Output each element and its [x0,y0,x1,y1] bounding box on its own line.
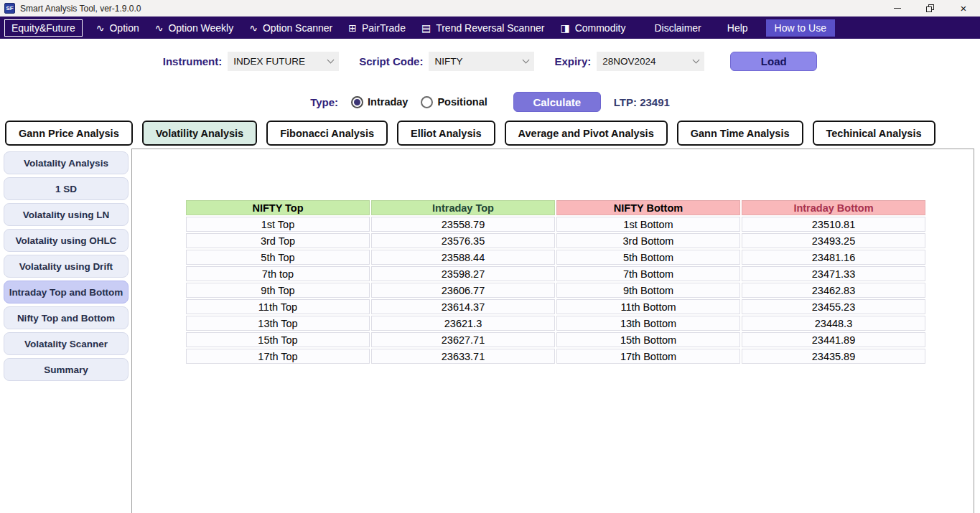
close-button[interactable]: × [947,0,980,17]
calculate-button[interactable]: Calculate [513,92,601,112]
nifty-bottom-label-cell: 11th Bottom [556,299,740,314]
table-row: 15th Top 23627.71 15th Bottom 23441.89 [186,332,925,347]
menu-item-label: Option Scanner [263,22,332,34]
expiry-select[interactable]: 28NOV2024 [597,52,704,71]
instrument-value: INDEX FUTURE [233,56,305,67]
instrument-row: Instrument: INDEX FUTURE Script Code: NI… [0,39,980,83]
nifty-bottom-label-cell: 1st Bottom [556,217,740,232]
table-row: 1st Top 23558.79 1st Bottom 23510.81 [186,217,925,232]
intraday-bottom-value-cell: 23471.33 [742,266,925,281]
menu-item-label: How to Use [775,22,826,34]
intraday-top-value-cell: 23598.27 [371,266,555,281]
sidebar-item-intraday-top-and-bottom[interactable]: Intraday Top and Bottom [4,281,129,303]
intraday-bottom-value-cell: 23435.89 [742,349,925,364]
intraday-bottom-value-cell: 23462.83 [742,283,925,298]
table-column-header: NIFTY Bottom [556,200,740,215]
intraday-top-value-cell: 23588.44 [371,250,555,265]
load-button[interactable]: Load [730,52,817,71]
menubar-item-pairtrade[interactable]: ⊞ PairTrade [340,19,414,37]
menu-item-label: Help [727,22,748,34]
sidebar-item-nifty-top-and-bottom[interactable]: Nifty Top and Bottom [4,306,129,329]
sidebar-item-summary[interactable]: Summary [4,358,129,381]
menubar-item-equity-future[interactable]: Equity&Future [4,19,83,37]
nifty-top-label-cell: 11th Top [186,299,370,314]
intraday-bottom-value-cell: 23448.3 [742,316,925,331]
intraday-top-value-cell: 23606.77 [371,283,555,298]
activity-chart-icon: ∿ [96,23,105,33]
tab-techinical-analysis[interactable]: Techinical Analysis [813,121,935,146]
menubar-item-option-scanner[interactable]: ∿ Option Scanner [241,19,340,37]
type-label: Type: [310,96,338,108]
table-column-header: Intraday Bottom [742,200,925,215]
instrument-select[interactable]: INDEX FUTURE [228,52,339,71]
nifty-top-label-cell: 15th Top [186,332,370,347]
menu-item-label: Option Weekly [168,22,233,34]
tab-volatility-analysis[interactable]: Volatility Analysis [142,121,258,146]
script-code-label: Script Code: [359,55,423,67]
nifty-top-label-cell: 7th top [186,266,370,281]
tab-average-and-pivot-analysis[interactable]: Average and Pivot Analysis [505,121,668,146]
sidebar-item-volatality-using-ln[interactable]: Volatality using LN [4,203,129,226]
titlebar: SF Smart Analysis Tool, ver-1.9.0.0 × [0,0,980,17]
analysis-tabs: Gann Price AnalysisVolatility AnalysisFi… [0,121,980,149]
radio-unselected-icon [421,96,433,108]
tab-gann-time-analysis[interactable]: Gann Time Analysis [677,121,803,146]
sidebar: Volatality Analysis1 SDVolatality using … [4,151,129,384]
menu-item-label: Equity&Future [11,22,75,34]
sidebar-item-volatality-using-ohlc[interactable]: Volatality using OHLC [4,229,129,252]
nifty-top-label-cell: 17th Top [186,349,370,364]
table-header-row: NIFTY TopIntraday TopNIFTY BottomIntrada… [186,200,925,215]
app-logo-icon: SF [4,3,15,14]
close-icon: × [961,3,967,14]
maximize-restore-button[interactable] [914,0,947,17]
intraday-bottom-value-cell: 23493.25 [742,233,925,248]
nifty-bottom-label-cell: 5th Bottom [556,250,740,265]
menubar-item-how-to-use[interactable]: How to Use [766,19,835,37]
menubar-item-commodity[interactable]: ◨ Commodity [552,19,633,37]
sidebar-item-volatality-using-drift[interactable]: Volatality using Drift [4,255,129,278]
table-column-header: NIFTY Top [186,200,370,215]
sidebar-item-volatality-scanner[interactable]: Volatality Scanner [4,332,129,355]
type-row: Type: Intraday Positional Calculate LTP:… [0,83,980,121]
intraday-top-bottom-table: NIFTY TopIntraday TopNIFTY BottomIntrada… [185,199,927,365]
intraday-bottom-value-cell: 23441.89 [742,332,925,347]
tab-fibonacci-analysis[interactable]: Fibonacci Analysis [266,121,388,146]
intraday-radio[interactable]: Intraday [351,96,408,108]
menubar-item-disclaimer[interactable]: Disclaimer [646,19,709,37]
scanner-chart-icon: ∿ [249,23,258,33]
intraday-top-value-cell: 23621.3 [371,316,555,331]
table-row: 7th top 23598.27 7th Bottom 23471.33 [186,266,925,281]
minimize-button[interactable] [881,0,914,17]
table-column-header: Intraday Top [371,200,555,215]
script-code-select[interactable]: NIFTY [429,52,534,71]
content-panel: NIFTY TopIntraday TopNIFTY BottomIntrada… [131,149,974,513]
nifty-bottom-label-cell: 9th Bottom [556,283,740,298]
window-title: Smart Analysis Tool, ver-1.9.0.0 [20,4,141,14]
nifty-top-label-cell: 13th Top [186,316,370,331]
restore-icon [926,4,935,13]
tab-gann-price-analysis[interactable]: Gann Price Analysis [5,121,133,146]
pairtrade-plus-icon: ⊞ [348,23,357,33]
nifty-bottom-label-cell: 17th Bottom [556,349,740,364]
intraday-radio-label: Intraday [368,96,408,108]
table-row: 11th Top 23614.37 11th Bottom 23455.23 [186,299,925,314]
chevron-down-icon [327,56,335,63]
main-area: Volatality Analysis1 SDVolatality using … [0,149,980,513]
menu-item-label: Commodity [575,22,626,34]
table-row: 9th Top 23606.77 9th Bottom 23462.83 [186,283,925,298]
tab-elliot-analysis[interactable]: Elliot Analysis [397,121,495,146]
nifty-bottom-label-cell: 7th Bottom [556,266,740,281]
menubar-item-help[interactable]: Help [719,19,756,37]
menu-item-label: PairTrade [362,22,406,34]
positional-radio[interactable]: Positional [421,96,487,108]
fuel-pump-icon: ◨ [560,23,569,33]
nifty-bottom-label-cell: 15th Bottom [556,332,740,347]
sidebar-item-volatality-analysis[interactable]: Volatality Analysis [4,151,129,174]
intraday-top-value-cell: 23576.35 [371,233,555,248]
intraday-top-value-cell: 23627.71 [371,332,555,347]
menubar-item-trend-reversal-scanner[interactable]: ▤ Trend Reversal Scanner [414,19,552,37]
sidebar-item-1-sd[interactable]: 1 SD [4,177,129,200]
intraday-top-value-cell: 23633.71 [371,349,555,364]
menubar-item-option-weekly[interactable]: ∿ Option Weekly [147,19,242,37]
menubar-item-option[interactable]: ∿ Option [88,19,147,37]
